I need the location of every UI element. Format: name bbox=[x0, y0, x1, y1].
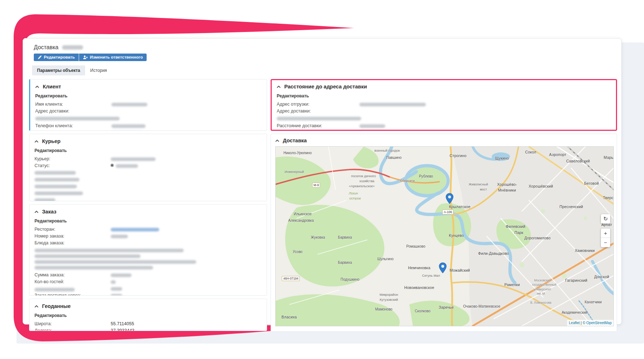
section-client-header[interactable]: Клиент bbox=[35, 84, 261, 89]
field-label: Курьер: bbox=[34, 156, 111, 162]
redacted-value bbox=[111, 294, 122, 296]
redacted-value bbox=[34, 254, 141, 258]
order-edit-link[interactable]: Редактировать bbox=[34, 218, 67, 224]
field-row: Блюда заказа: bbox=[34, 240, 261, 270]
field-row: Дистанция: bbox=[277, 129, 610, 131]
field-label: Телефон клиента: bbox=[35, 123, 111, 129]
redacted-value bbox=[359, 124, 385, 128]
field-label: Адрес доставки: bbox=[35, 108, 261, 115]
redacted-value bbox=[111, 273, 132, 277]
field-row bbox=[34, 169, 261, 176]
page-title: Доставка bbox=[34, 44, 616, 51]
redacted-value bbox=[111, 235, 128, 238]
redacted-value bbox=[34, 266, 153, 270]
map-marker-pin[interactable] bbox=[446, 193, 454, 206]
edit-button[interactable]: Редактировать bbox=[34, 54, 79, 61]
field-label: Блюда заказа: bbox=[34, 240, 261, 247]
field-row: Долгота:37.3933443 bbox=[34, 327, 261, 331]
field-row: Широта:55.7114055 bbox=[34, 321, 261, 327]
field-row bbox=[34, 176, 261, 183]
redacted-value bbox=[34, 178, 79, 181]
person-plus-icon bbox=[83, 55, 88, 59]
field-label-redacted bbox=[34, 285, 111, 292]
zoom-in-button[interactable]: + bbox=[601, 229, 610, 238]
field-row bbox=[34, 183, 261, 190]
field-row: Телефон клиента: bbox=[35, 123, 261, 129]
chevron-up-icon bbox=[275, 139, 279, 142]
section-geodata-header[interactable]: Геоданные bbox=[34, 303, 261, 309]
field-row: Кол-во гостей: bbox=[34, 279, 261, 285]
redacted-value bbox=[111, 124, 146, 128]
redacted-value bbox=[34, 171, 76, 175]
redacted-value bbox=[359, 103, 426, 106]
geodata-fields: Широта:55.7114055Долгота:37.3933443 bbox=[34, 321, 261, 331]
field-row: Мейл клиента: bbox=[35, 129, 261, 131]
section-delivery-header[interactable]: Доставка bbox=[275, 138, 613, 143]
status-dot bbox=[111, 164, 114, 167]
section-geodata-title: Геоданные bbox=[42, 303, 70, 309]
zoom-out-button[interactable]: − bbox=[601, 238, 610, 247]
leaflet-link[interactable]: Leaflet bbox=[569, 321, 580, 325]
map-marker-pin[interactable] bbox=[439, 262, 447, 275]
redacted-value bbox=[111, 103, 147, 106]
field-row bbox=[34, 197, 261, 201]
redacted-value bbox=[34, 288, 75, 291]
section-client-title: Клиент bbox=[43, 84, 61, 89]
courier-fields: Курьер:Статус: bbox=[34, 156, 261, 201]
field-label: Расстояние доставки: bbox=[277, 123, 359, 129]
section-distance-header[interactable]: Расстояние до адреса доставки bbox=[277, 84, 610, 89]
field-label: Номер заказа: bbox=[34, 233, 111, 240]
map-canvas[interactable]: Николо-Урюпиновоенный городокПавшиноСтро… bbox=[275, 146, 614, 326]
distance-edit-link[interactable]: Редактировать bbox=[277, 93, 309, 98]
section-geodata: Геоданные Редактировать Широта:55.711405… bbox=[29, 299, 267, 331]
status-value-redacted bbox=[111, 162, 138, 168]
attribution-separator: | bbox=[581, 321, 582, 325]
tab-object-params[interactable]: Параметры объекта bbox=[32, 65, 85, 75]
redacted-value bbox=[34, 198, 55, 201]
field-label: Широта: bbox=[34, 321, 111, 327]
order-fields: Ресторан:Номер заказа:Блюда заказа:Сумма… bbox=[34, 226, 261, 296]
client-fields: Имя клиента:Адрес доставки:Телефон клиен… bbox=[35, 101, 261, 131]
field-label: Имя клиента: bbox=[35, 101, 111, 108]
redacted-value bbox=[111, 287, 122, 291]
section-order-title: Заказ bbox=[42, 209, 56, 215]
redacted-value bbox=[34, 260, 196, 264]
left-column: Клиент Редактировать Имя клиента:Адрес д… bbox=[29, 79, 267, 335]
tab-history[interactable]: История bbox=[85, 65, 112, 75]
geodata-edit-link[interactable]: Редактировать bbox=[34, 313, 67, 318]
chevron-up-icon bbox=[34, 140, 38, 143]
field-label: Кол-во гостей: bbox=[34, 279, 111, 285]
field-value: 55.7114055 bbox=[111, 321, 134, 327]
section-delivery-map: Доставка bbox=[271, 134, 617, 332]
openstreetmap-link[interactable]: © OpenStreetMap bbox=[583, 321, 612, 325]
change-responsible-label: Изменить ответственного bbox=[90, 55, 143, 60]
section-distance-title: Расстояние до адреса доставки bbox=[284, 84, 367, 89]
redacted-value bbox=[34, 185, 77, 188]
tab-bar: Параметры объекта История bbox=[32, 65, 616, 75]
field-label: Сумма заказа: bbox=[34, 272, 111, 279]
field-label: Дистанция: bbox=[277, 129, 359, 131]
client-edit-link[interactable]: Редактировать bbox=[35, 93, 68, 98]
page-title-text: Доставка bbox=[34, 44, 59, 51]
field-label: Ресторан: bbox=[34, 226, 111, 233]
change-responsible-button[interactable]: Изменить ответственного bbox=[79, 54, 147, 61]
pencil-icon bbox=[38, 55, 42, 59]
field-label: Статус: bbox=[34, 162, 111, 169]
field-row: Адрес отгрузки: bbox=[277, 101, 610, 108]
map-refresh-button[interactable]: ↻ bbox=[601, 214, 610, 224]
toolbar: Редактировать Изменить ответственного bbox=[34, 54, 616, 61]
field-value: 37.3933443 bbox=[111, 327, 134, 331]
field-row: Курьер: bbox=[34, 156, 261, 162]
redacted-value bbox=[34, 249, 184, 252]
section-distance-highlighted: Расстояние до адреса доставки Редактиров… bbox=[271, 79, 617, 131]
section-courier-header[interactable]: Курьер bbox=[34, 138, 261, 144]
courier-edit-link[interactable]: Редактировать bbox=[34, 148, 67, 153]
restaurant-link-redacted[interactable] bbox=[111, 228, 159, 231]
field-row: Сумма заказа: bbox=[34, 272, 261, 279]
field-row: Статус: bbox=[34, 162, 261, 169]
section-delivery-title: Доставка bbox=[283, 138, 307, 143]
section-order-header[interactable]: Заказ bbox=[34, 209, 261, 215]
main-card: Доставка Редактировать Изменить ответств… bbox=[23, 38, 622, 325]
field-label: Заказ поступил через: bbox=[34, 292, 111, 296]
field-label: Долгота: bbox=[34, 327, 111, 331]
